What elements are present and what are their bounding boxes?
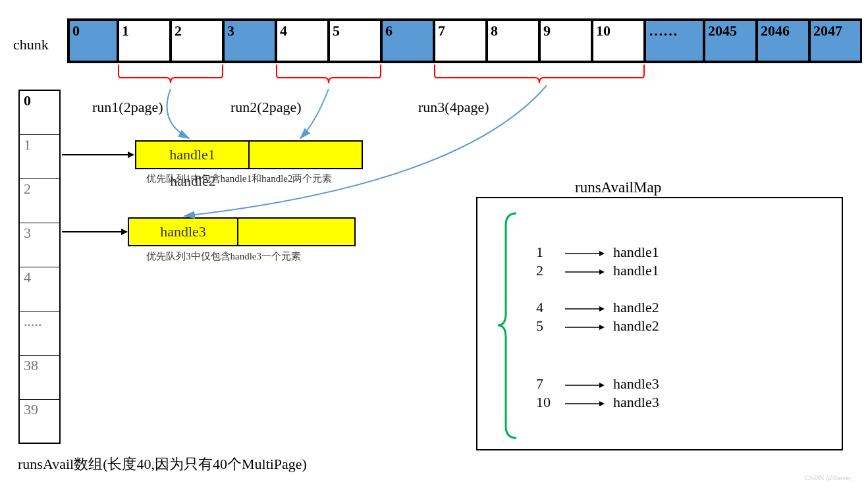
map-row-6: 10 handle3 — [536, 394, 773, 411]
chunk-cell-1: 1 — [118, 20, 171, 62]
arr-cell-39: 39 — [20, 400, 59, 444]
chunk-cell-2047: 2047 — [809, 20, 861, 62]
queue1-handle1: handle1 — [136, 142, 250, 168]
queue-2-box: handle3 — [128, 217, 356, 246]
chunk-cell-9: 9 — [539, 20, 592, 62]
svg-marker-15 — [599, 401, 605, 406]
map-row-3: 4 handle2 — [536, 299, 773, 316]
chunk-cell-3: 3 — [223, 20, 276, 62]
map-row-2: 2 handle1 — [536, 262, 773, 279]
chunk-label: chunk — [13, 36, 49, 53]
queue1-caption: 优先队列1中包含handle1和handle2两个元素 — [146, 173, 332, 185]
arrow-arr3-to-q2 — [62, 225, 128, 238]
svg-marker-9 — [599, 306, 605, 312]
brace-run2 — [275, 63, 382, 90]
chunk-cell-5: 5 — [329, 20, 381, 62]
runsavail-bottom-label: runsAvail数组(长度40,因为只有40个MultiPage) — [18, 454, 307, 474]
arr-cell-4: 4 — [20, 267, 59, 312]
arr-cell-dots: ..... — [20, 312, 59, 356]
run3-label: run3(4page) — [418, 99, 489, 116]
watermark: CSDN @Ihever_ — [805, 474, 855, 481]
chunk-cell-ellipsis: …… — [645, 20, 704, 62]
svg-marker-7 — [599, 269, 605, 275]
chunk-cell-10: 10 — [592, 20, 645, 62]
brace-run3 — [433, 63, 645, 90]
runsavailmap-label: runsAvailMap — [575, 179, 661, 196]
svg-marker-3 — [121, 229, 128, 235]
queue-1-box: handle1 handle2 — [135, 140, 363, 169]
svg-marker-11 — [599, 325, 605, 330]
chunk-cell-4: 4 — [276, 20, 329, 62]
chunk-cell-2046: 2046 — [757, 20, 809, 62]
svg-marker-13 — [599, 383, 605, 388]
arrow-arr1-to-q1 — [62, 148, 134, 161]
chunk-cell-6: 6 — [381, 20, 434, 62]
queue2-caption: 优先队列3中仅包含handle3一个元素 — [146, 250, 301, 263]
svg-marker-1 — [128, 151, 134, 158]
brace-run1 — [117, 63, 224, 90]
run2-label: run2(2page) — [231, 99, 302, 116]
map-row-1: 1 handle1 — [536, 244, 773, 261]
chunk-cell-7: 7 — [434, 20, 487, 62]
green-brace — [497, 212, 523, 439]
queue2-handle3: handle3 — [129, 219, 238, 245]
chunk-cell-8: 8 — [487, 20, 539, 62]
arr-cell-0: 0 — [20, 91, 59, 135]
arr-cell-38: 38 — [20, 356, 59, 400]
map-row-4: 5 handle2 — [536, 317, 773, 335]
chunk-cell-2: 2 — [171, 20, 223, 62]
map-row-5: 7 handle3 — [536, 375, 773, 393]
arr-cell-2: 2 — [20, 179, 59, 223]
arr-cell-1: 1 — [20, 135, 59, 179]
arr-cell-3: 3 — [20, 223, 59, 267]
chunk-cell-2045: 2045 — [704, 20, 757, 62]
svg-marker-5 — [599, 251, 605, 256]
run1-label: run1(2page) — [92, 99, 163, 116]
chunk-cell-0: 0 — [68, 20, 118, 62]
